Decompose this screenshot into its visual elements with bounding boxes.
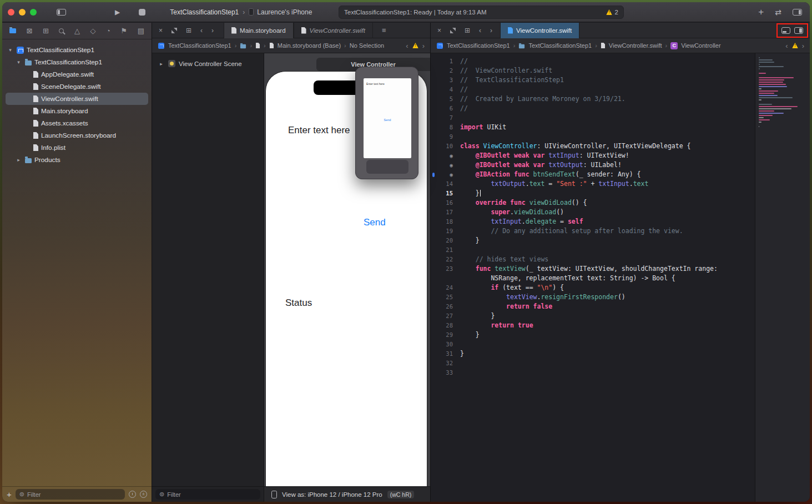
crumb-file[interactable]: ViewController.swift (609, 42, 662, 49)
code-line[interactable]: 27 } (431, 311, 755, 321)
size-class-badge[interactable]: (wC hR) (387, 491, 415, 498)
code-line[interactable]: 5// Created by Laurence Moroney on 3/19/… (431, 94, 755, 104)
code-line[interactable]: 18 txtInput.delegate = self (431, 217, 755, 226)
close-editor-icon[interactable]: × (437, 27, 441, 34)
file-row-textclassificationstep1[interactable]: ▾TextClassificationStep1 (6, 56, 148, 68)
recent-files-icon[interactable] (129, 491, 136, 498)
navigator-filter-field[interactable]: ⊜ Filter (16, 489, 125, 500)
tab-main-storyboard[interactable]: Main.storyboard (224, 23, 293, 38)
toggle-inspector-icon[interactable] (793, 9, 802, 16)
folder-icon[interactable] (240, 44, 246, 48)
warning-icon[interactable] (792, 43, 798, 48)
crumb-folder[interactable]: TextClassificationStep1 (528, 42, 592, 49)
next-issue-icon[interactable]: › (802, 42, 804, 50)
device-preview-window[interactable]: Enter text here Send (355, 67, 418, 179)
report-navigator-icon[interactable]: ▤ (138, 27, 144, 34)
file-row-scenedelegate-swift[interactable]: SceneDelegate.swift (6, 80, 148, 93)
add-item-icon[interactable]: + (7, 490, 12, 498)
disclosure-icon[interactable]: ▸ (158, 61, 165, 67)
forward-icon[interactable]: › (211, 27, 214, 34)
code-line[interactable]: ◉ @IBAction func btnSendText(_ sender: A… (431, 170, 755, 179)
debug-navigator-icon[interactable]: ◔ (106, 27, 110, 34)
tab-viewcontroller-swift-preview[interactable]: ViewController.swift (294, 23, 373, 38)
prev-issue-icon[interactable]: ‹ (406, 42, 408, 50)
code-line[interactable]: 4// (431, 85, 755, 94)
stop-button[interactable] (139, 9, 145, 16)
code-line[interactable]: 19 // Do any additional setup after load… (431, 226, 755, 236)
warning-icon[interactable] (606, 9, 612, 15)
code-line[interactable]: 25 textView.resignFirstResponder() (431, 293, 755, 302)
test-navigator-icon[interactable]: ◇ (90, 27, 96, 34)
crumb-project[interactable]: TextClassificationStep1 (447, 42, 510, 49)
send-button-element[interactable]: Send (364, 217, 386, 228)
editor-overview-icon[interactable]: ⊞ (186, 27, 191, 34)
editor-overview-icon[interactable]: ⊞ (465, 27, 470, 34)
run-button[interactable]: ▶ (115, 9, 120, 16)
issue-navigator-icon[interactable]: △ (74, 27, 80, 34)
code-line[interactable]: 8import UIKit (431, 123, 755, 132)
code-line[interactable]: 28 return true (431, 321, 755, 330)
file-row-appdelegate-swift[interactable]: AppDelegate.swift (6, 68, 148, 80)
tab-viewcontroller-swift[interactable]: ViewController.swift (500, 23, 579, 38)
assistant-editor-icon[interactable]: ≡ (382, 27, 386, 34)
scm-status-filter-icon[interactable] (140, 491, 147, 498)
code-line[interactable]: ◉ @IBOutlet weak var txtInput: UITextVie… (431, 151, 755, 160)
code-line[interactable]: 29 } (431, 330, 755, 340)
find-navigator-icon[interactable] (59, 27, 64, 34)
close-window-button[interactable] (8, 9, 14, 16)
close-editor-icon[interactable]: × (159, 27, 163, 34)
scheme-selector[interactable]: TextClassificationStep1 (170, 8, 239, 16)
zoom-window-button[interactable] (30, 9, 37, 16)
code-line[interactable]: 14 txtOutput.text = "Sent :" + txtInput.… (431, 179, 755, 189)
symbol-navigator-icon[interactable]: ⊞ (43, 27, 49, 34)
file-row-main-storyboard[interactable]: Main.storyboard (6, 105, 148, 117)
prev-issue-icon[interactable]: ‹ (785, 42, 788, 50)
outline-item-view-controller-scene[interactable]: ▸ View Controller Scene (152, 53, 264, 74)
focus-editor-icon[interactable] (172, 28, 177, 33)
code-line[interactable]: 16 override func viewDidLoad() { (431, 198, 755, 208)
code-line[interactable]: 20 } (431, 236, 755, 245)
minimap[interactable] (755, 53, 810, 502)
code-line[interactable]: 17 super.viewDidLoad() (431, 208, 755, 217)
code-line[interactable]: NSRange, replacementText text: String) -… (431, 274, 755, 283)
code-line[interactable]: 30 (431, 340, 755, 349)
file-row-assets-xcassets[interactable]: Assets.xcassets (6, 117, 148, 129)
status-label-element[interactable]: Status (285, 298, 312, 309)
back-icon[interactable]: ‹ (479, 27, 481, 34)
code-line[interactable]: 31} (431, 349, 755, 359)
minimize-window-button[interactable] (19, 9, 26, 16)
code-line[interactable]: 32 (431, 359, 755, 368)
crumb-project[interactable]: TextClassificationStep1 (168, 42, 231, 49)
code-line[interactable]: 7 (431, 113, 755, 123)
breakpoint-navigator-icon[interactable]: ⚑ (121, 27, 128, 34)
code-line[interactable]: 22 // hides text views (431, 255, 755, 264)
code-line[interactable]: 23 func textView(_ textView: UITextView,… (431, 264, 755, 274)
code-line[interactable]: 33 (431, 368, 755, 377)
focus-editor-icon[interactable] (450, 28, 456, 33)
text-view-element[interactable]: Enter text here (288, 125, 350, 136)
run-destination[interactable]: Laurence's iPhone (249, 8, 312, 16)
adjust-editor-options-icon[interactable] (781, 27, 790, 34)
outline-filter-field[interactable]: ⊜ Filter (155, 489, 260, 500)
connection-well-icon[interactable]: ◉ (431, 160, 453, 170)
code-line[interactable]: 6// (431, 104, 755, 113)
source-code[interactable]: 1//2// ViewController.swift3// TextClass… (431, 53, 755, 502)
file-icon[interactable] (256, 43, 260, 48)
view-as-label[interactable]: View as: iPhone 12 / iPhone 12 Pro (282, 491, 382, 498)
toggle-navigator-icon[interactable] (57, 9, 66, 16)
warning-icon[interactable] (412, 43, 418, 48)
add-editor-icon[interactable] (794, 27, 803, 34)
file-row-textclassificationstep1[interactable]: ▾TextClassificationStep1 (6, 44, 148, 56)
crumb-selection[interactable]: No Selection (350, 42, 384, 49)
code-line[interactable]: ◉ @IBOutlet weak var txtOutput: UILabel! (431, 160, 755, 170)
crumb-symbol[interactable]: ViewController (681, 42, 720, 49)
warning-count[interactable]: 2 (615, 9, 618, 16)
code-line[interactable]: 24 if (text == "\n") { (431, 283, 755, 293)
project-navigator-icon[interactable] (9, 27, 16, 34)
library-plus-icon[interactable]: + (758, 7, 764, 17)
disclosure-icon[interactable]: ▾ (15, 59, 22, 65)
forward-icon[interactable]: › (490, 27, 492, 34)
activity-status-bar[interactable]: TextClassificationStep1: Ready | Today a… (339, 6, 624, 19)
back-icon[interactable]: ‹ (200, 27, 203, 34)
version-editor-icon[interactable]: ⇄ (775, 8, 781, 16)
